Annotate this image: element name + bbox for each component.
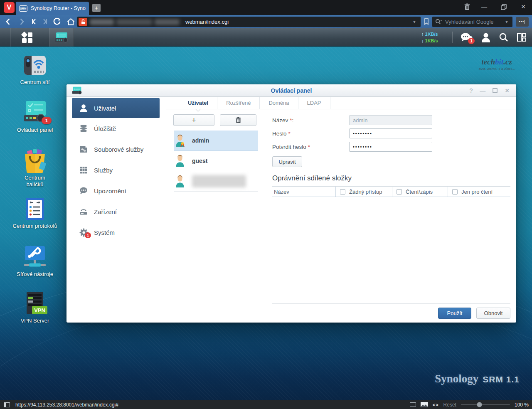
widgets-button[interactable] bbox=[512, 28, 531, 47]
password-input[interactable]: •••••••• bbox=[349, 128, 432, 138]
no-access-checkbox[interactable] bbox=[340, 189, 345, 195]
back-icon[interactable] bbox=[4, 17, 12, 26]
desktop-icon-label: Centrum protokolů bbox=[10, 223, 60, 229]
srm-favicon: SRM bbox=[19, 5, 27, 12]
tab-advanced[interactable]: Rozšířené bbox=[217, 97, 260, 109]
new-tab-button[interactable]: + bbox=[92, 4, 101, 12]
panel-icon[interactable] bbox=[4, 402, 10, 407]
tab-title: Synology Router - Synology bbox=[31, 5, 86, 11]
apply-button[interactable]: Použít bbox=[438, 308, 471, 319]
forward-icon[interactable] bbox=[17, 17, 26, 26]
add-user-button[interactable]: + bbox=[173, 114, 214, 126]
tab-domain[interactable]: Doména bbox=[260, 97, 298, 109]
user-menu-button[interactable] bbox=[477, 28, 495, 47]
window-restore-button[interactable] bbox=[500, 4, 508, 11]
read-only-checkbox[interactable] bbox=[452, 189, 458, 195]
column-read-write[interactable]: Čtení/zápis bbox=[392, 187, 448, 197]
network-tools-icon bbox=[22, 244, 48, 270]
reset-button[interactable]: Obnovit bbox=[476, 308, 510, 319]
guest-avatar bbox=[175, 155, 185, 167]
zoom-slider[interactable] bbox=[461, 404, 510, 405]
user-row-redacted[interactable] bbox=[174, 171, 258, 192]
bookmark-icon[interactable] bbox=[424, 18, 429, 25]
edit-button[interactable]: Upravit bbox=[272, 156, 302, 167]
closed-tabs-trash-icon[interactable] bbox=[463, 3, 471, 12]
column-no-access[interactable]: Žádný přístup bbox=[335, 187, 392, 197]
images-toggle-icon[interactable] bbox=[421, 402, 428, 407]
read-write-checkbox[interactable] bbox=[397, 189, 402, 195]
apps-grid-icon bbox=[22, 32, 32, 43]
user-row-admin[interactable]: admin bbox=[174, 131, 258, 151]
name-input[interactable]: admin bbox=[349, 115, 432, 125]
user-row-guest[interactable]: guest bbox=[174, 151, 258, 171]
window-minimize-button[interactable]: — bbox=[480, 3, 488, 10]
desktop-icon-network-center[interactable]: Centrum sítí bbox=[10, 52, 60, 86]
home-icon[interactable] bbox=[66, 17, 75, 26]
main-menu-button[interactable] bbox=[11, 28, 43, 47]
zoom-percentage: 100 % bbox=[515, 402, 529, 408]
sidebar-item-storage[interactable]: Úložiště bbox=[66, 118, 166, 139]
address-path: webman/index.cgi bbox=[185, 19, 229, 25]
desktop-icon-log-center[interactable]: Centrum protokolů bbox=[10, 196, 60, 229]
sidebar-item-file-services[interactable]: Souborové služby bbox=[66, 139, 166, 160]
desktop-search-button[interactable] bbox=[495, 28, 512, 47]
svg-text:VPN: VPN bbox=[34, 307, 45, 313]
zoom-slider-handle[interactable] bbox=[477, 402, 482, 407]
window-title-bar[interactable]: Ovládací panel ? — ✕ bbox=[66, 84, 516, 97]
notifications-button[interactable]: 1 bbox=[456, 28, 476, 47]
column-name[interactable]: Název bbox=[272, 187, 335, 197]
confirm-password-input[interactable]: •••••••• bbox=[349, 142, 432, 152]
desktop-icon-vpn-server[interactable]: VPN VPN Server bbox=[10, 291, 60, 324]
redacted-username bbox=[192, 175, 246, 187]
page-tiling-icon[interactable] bbox=[410, 402, 416, 407]
search-placeholder: Vyhledávání Google bbox=[445, 19, 494, 25]
desktop-icon-label: Centrum sítí bbox=[10, 79, 60, 86]
srm-taskbar: ↑ 1KB/s ↓ 1KB/s 1 bbox=[0, 28, 532, 47]
desktop-icon-package-center[interactable]: Centrumbalíčků bbox=[10, 148, 60, 188]
vpn-server-icon: VPN bbox=[22, 291, 48, 317]
window-help-button[interactable]: ? bbox=[469, 87, 473, 94]
browser-tab[interactable]: SRM Synology Router - Synology bbox=[16, 2, 89, 15]
grid-icon bbox=[79, 165, 88, 175]
search-engine-icon[interactable] bbox=[435, 19, 442, 25]
zoom-reset-label[interactable]: Reset bbox=[443, 402, 456, 408]
window-close-button[interactable]: ✕ bbox=[519, 3, 527, 10]
sidebar-item-devices[interactable]: Zařízení bbox=[66, 201, 166, 222]
tab-ldap[interactable]: LDAP bbox=[298, 97, 330, 109]
browser-navigation-bar: webman/index.cgi ▼ Vyhledávání Google ▼ … bbox=[0, 15, 532, 28]
redacted-host bbox=[90, 19, 180, 25]
fast-forward-icon[interactable] bbox=[41, 17, 49, 26]
show-desktop-button[interactable] bbox=[0, 28, 11, 47]
tab-user[interactable]: Uživatel bbox=[179, 97, 217, 109]
page-actions-icon[interactable]: <> bbox=[433, 402, 439, 407]
panel-toggle-button[interactable]: •••| bbox=[516, 17, 529, 27]
system-badge: 1 bbox=[85, 232, 91, 238]
sidebar-item-notifications[interactable]: Upozornění bbox=[66, 180, 166, 201]
window-close-button[interactable]: ✕ bbox=[505, 87, 510, 94]
address-bar[interactable]: webman/index.cgi ▼ bbox=[77, 17, 421, 27]
window-maximize-button[interactable] bbox=[493, 88, 498, 93]
search-dropdown-icon[interactable]: ▼ bbox=[505, 20, 509, 24]
sidebar-item-services[interactable]: Služby bbox=[66, 160, 166, 180]
srm-desktop: ↑ 1KB/s ↓ 1KB/s 1 bbox=[0, 28, 532, 400]
rewind-icon[interactable] bbox=[30, 17, 38, 26]
sidebar-item-user[interactable]: Uživatel bbox=[72, 98, 160, 118]
desktop-icon-control-panel[interactable]: 1 Ovládací panel bbox=[10, 100, 60, 133]
reload-icon[interactable] bbox=[52, 17, 62, 26]
insecure-lock-icon[interactable] bbox=[79, 18, 87, 26]
taskbar-control-panel-item[interactable] bbox=[49, 28, 74, 47]
permissions-heading: Oprávnění sdílené složky bbox=[272, 174, 510, 182]
vivaldi-menu-button[interactable]: V bbox=[4, 2, 15, 13]
window-minimize-button[interactable]: — bbox=[480, 87, 485, 94]
search-field[interactable]: Vyhledávání Google ▼ bbox=[432, 17, 512, 27]
router-icon bbox=[79, 207, 88, 216]
desktop-icon-network-tools[interactable]: Síťové nástroje bbox=[10, 244, 60, 278]
column-read-only[interactable]: Jen pro čtení bbox=[448, 187, 510, 197]
network-traffic-indicator[interactable]: ↑ 1KB/s ↓ 1KB/s bbox=[421, 31, 438, 44]
control-panel-icon: 1 bbox=[22, 100, 48, 126]
address-dropdown-icon[interactable]: ▼ bbox=[412, 20, 416, 24]
user-detail-panel: Název*: admin Heslo* •••••••• Potvrdit h… bbox=[265, 109, 516, 323]
delete-user-button[interactable] bbox=[220, 114, 256, 126]
user-list-panel: + bbox=[166, 109, 265, 323]
sidebar-item-system[interactable]: 1 Systém bbox=[66, 222, 166, 243]
